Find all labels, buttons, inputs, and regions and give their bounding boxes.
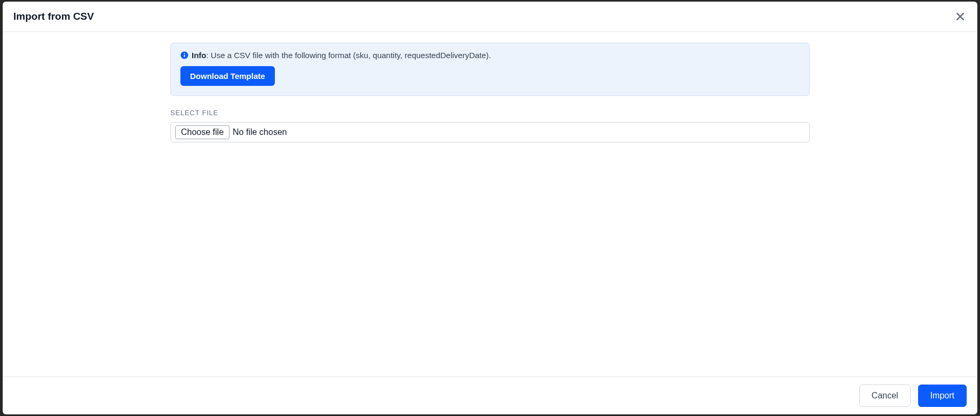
info-label: Info xyxy=(192,51,207,60)
close-icon xyxy=(957,13,964,20)
import-csv-modal: Import from CSV Info: Use a CSV file wit… xyxy=(3,2,977,414)
select-file-label: Select File xyxy=(170,109,810,117)
info-panel: Info: Use a CSV file with the following … xyxy=(170,43,810,96)
svg-point-2 xyxy=(184,53,185,54)
info-message: : Use a CSV file with the following form… xyxy=(207,51,491,60)
choose-file-button[interactable]: Choose file xyxy=(175,125,230,139)
modal-header: Import from CSV xyxy=(3,2,977,32)
info-icon xyxy=(180,51,188,59)
info-text: Info: Use a CSV file with the following … xyxy=(192,51,491,60)
close-button[interactable] xyxy=(954,10,967,23)
import-button[interactable]: Import xyxy=(918,385,967,407)
cancel-button[interactable]: Cancel xyxy=(859,385,911,407)
file-input-wrapper[interactable]: Choose file No file chosen xyxy=(170,122,810,142)
modal-footer: Cancel Import xyxy=(3,377,977,414)
svg-rect-1 xyxy=(184,55,185,58)
download-template-button[interactable]: Download Template xyxy=(180,66,275,86)
modal-title: Import from CSV xyxy=(13,11,94,22)
file-status-text: No file chosen xyxy=(233,127,287,137)
info-text-row: Info: Use a CSV file with the following … xyxy=(180,51,800,60)
modal-body: Info: Use a CSV file with the following … xyxy=(3,32,977,377)
